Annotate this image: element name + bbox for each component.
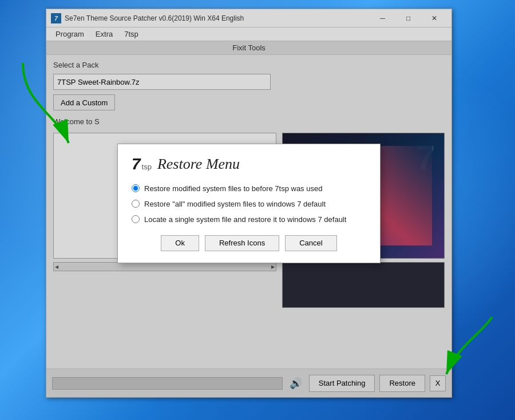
radio-option-1[interactable]: Restore "all" modified system files to w…	[132, 200, 366, 208]
modal-badge: 7 tsp	[132, 156, 152, 172]
cancel-button[interactable]: Cancel	[285, 235, 336, 251]
modal-title-text: Restore Menu	[157, 156, 240, 173]
radio-group: Restore modified system files to before …	[132, 184, 366, 224]
radio-label-1: Restore "all" modified system files to w…	[144, 200, 326, 208]
refresh-icons-button[interactable]: Refresh Icons	[205, 235, 279, 251]
modal-overlay: 7 tsp Restore Menu Restore modified syst…	[46, 9, 451, 397]
restore-menu-modal: 7 tsp Restore Menu Restore modified syst…	[117, 144, 381, 263]
modal-tsp-text: tsp	[142, 163, 152, 171]
radio-option-0[interactable]: Restore modified system files to before …	[132, 184, 366, 193]
radio-input-2[interactable]	[132, 215, 140, 223]
radio-option-2[interactable]: Locate a single system file and restore …	[132, 215, 366, 224]
radio-input-0[interactable]	[132, 184, 140, 192]
radio-input-1[interactable]	[132, 200, 140, 208]
radio-label-0: Restore modified system files to before …	[144, 184, 322, 193]
app-window: 7 Se7en Theme Source Patcher v0.6(2019) …	[46, 9, 452, 398]
radio-label-2: Locate a single system file and restore …	[144, 215, 346, 224]
modal-7-text: 7	[132, 156, 141, 172]
ok-button[interactable]: Ok	[161, 235, 199, 251]
modal-buttons: Ok Refresh Icons Cancel	[132, 235, 366, 251]
modal-title-row: 7 tsp Restore Menu	[132, 156, 366, 173]
